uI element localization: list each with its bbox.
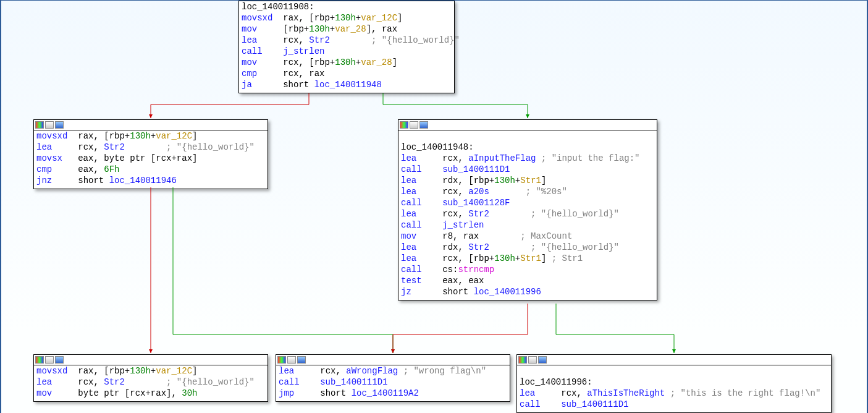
node-left1[interactable]: movsxd rax, [rbp+130h+var_12C] lea rcx, … (33, 119, 268, 189)
group-icon[interactable] (55, 121, 64, 129)
node-left2-body: movsxd rax, [rbp+130h+var_12C] lea rcx, … (34, 365, 268, 401)
node-left2[interactable]: movsxd rax, [rbp+130h+var_12C] lea rcx, … (33, 354, 268, 402)
node-left1-titlebar (34, 120, 268, 130)
color-icon[interactable] (518, 356, 527, 364)
group-icon[interactable] (419, 121, 428, 129)
node-mid2-titlebar (276, 355, 510, 365)
edit-icon[interactable] (528, 356, 537, 364)
node-top[interactable]: loc_140011908: movsxd rax, [rbp+130h+var… (238, 1, 455, 93)
node-mid2-body: lea rcx, aWrongFlag ; "wrong flag\n" cal… (276, 365, 510, 401)
node-right1-body: loc_140011948: lea rcx, aInputTheFlag ; … (398, 130, 657, 300)
node-mid2[interactable]: lea rcx, aWrongFlag ; "wrong flag\n" cal… (276, 354, 510, 402)
edit-icon[interactable] (45, 356, 54, 364)
node-right1-titlebar (398, 120, 657, 130)
edit-icon[interactable] (45, 121, 54, 129)
group-icon[interactable] (55, 356, 64, 364)
node-left2-titlebar (34, 355, 268, 365)
node-left1-body: movsxd rax, [rbp+130h+var_12C] lea rcx, … (34, 130, 268, 189)
node-right2[interactable]: loc_140011996: lea rcx, aThisIsTheRight … (516, 354, 832, 413)
edit-icon[interactable] (287, 356, 296, 364)
graph-canvas[interactable]: loc_140011908: movsxd rax, [rbp+130h+var… (0, 0, 868, 413)
color-icon[interactable] (400, 121, 408, 129)
color-icon[interactable] (277, 356, 286, 364)
color-icon[interactable] (35, 121, 44, 129)
group-icon[interactable] (538, 356, 547, 364)
node-right2-titlebar (517, 355, 831, 365)
node-right2-body: loc_140011996: lea rcx, aThisIsTheRight … (517, 365, 831, 412)
color-icon[interactable] (35, 356, 44, 364)
node-top-body: loc_140011908: movsxd rax, [rbp+130h+var… (239, 1, 454, 93)
left-frame-border (0, 1, 1, 413)
node-right1[interactable]: loc_140011948: lea rcx, aInputTheFlag ; … (398, 119, 657, 300)
group-icon[interactable] (297, 356, 306, 364)
edit-icon[interactable] (410, 121, 418, 129)
